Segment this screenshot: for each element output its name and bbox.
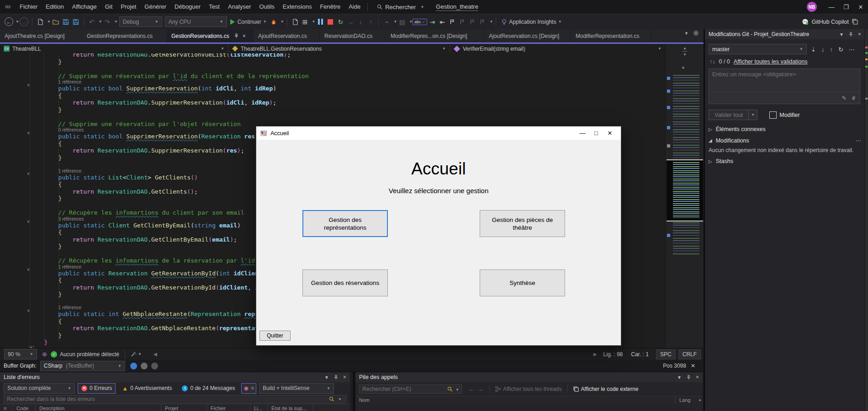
- avatar[interactable]: NB: [807, 2, 817, 12]
- menu-aide[interactable]: Aide: [344, 0, 365, 14]
- step-out-button[interactable]: ↑: [365, 17, 376, 27]
- scroll-up-icon[interactable]: ▲: [681, 65, 685, 69]
- menu-projet[interactable]: Projet: [116, 0, 140, 14]
- fold-chevron-icon[interactable]: ∨: [25, 171, 32, 176]
- accueil-maximize-button[interactable]: □: [589, 126, 603, 140]
- close-tab-icon[interactable]: ×: [243, 33, 246, 39]
- fold-chevron-icon[interactable]: ∨: [25, 267, 32, 272]
- buffer-view-icon[interactable]: [130, 363, 137, 369]
- window-position-dropdown-icon[interactable]: ▼: [324, 375, 329, 380]
- indent-decrease-icon[interactable]: ⇤: [437, 17, 447, 27]
- git-pull-icon[interactable]: ↓: [821, 46, 825, 53]
- buffer-copy-icon[interactable]: [141, 363, 148, 369]
- tab-list-dropdown-icon[interactable]: ▼: [684, 31, 688, 36]
- application-insights-dropdown[interactable]: Application Insights ▼: [509, 19, 561, 25]
- diagnostics-button[interactable]: ⌁: [381, 17, 392, 27]
- menu-outils[interactable]: Outils: [255, 0, 279, 14]
- fold-chevron-icon[interactable]: ∨: [25, 131, 32, 135]
- hscroll-right-icon[interactable]: ▶: [593, 352, 597, 357]
- buffer-graph-dropdown[interactable]: CSharp (TextBuffer) ▼: [40, 361, 125, 371]
- indent-increase-icon[interactable]: ⇥: [427, 17, 437, 27]
- menu-fenetre[interactable]: Fenêtre: [316, 0, 344, 14]
- commit-options-dropdown[interactable]: ▼: [749, 110, 757, 120]
- github-copilot-button[interactable]: GitHub Copilot: [802, 18, 858, 25]
- call-stack-header[interactable]: Pile des appels ▼ ×: [355, 372, 703, 382]
- menu-deboguer[interactable]: Déboguer: [170, 0, 205, 14]
- chevron-down-icon[interactable]: ▼: [138, 352, 142, 356]
- gestion-pieces-theatre-button[interactable]: Gestion des pièces de théâtre: [480, 210, 565, 237]
- menu-affichage[interactable]: Affichage: [68, 0, 101, 14]
- pin-icon[interactable]: [848, 32, 853, 37]
- chevron-down-icon[interactable]: ▼: [489, 20, 493, 24]
- solution-name[interactable]: Gestion_theatre: [436, 3, 478, 11]
- open-file-button[interactable]: [51, 17, 61, 27]
- platform-dropdown[interactable]: Any CPU▼: [165, 16, 227, 27]
- issue-reference-icon[interactable]: #: [852, 95, 855, 101]
- chevron-down-icon[interactable]: ▼: [47, 20, 51, 24]
- step-into-button[interactable]: ↓: [355, 17, 365, 27]
- commit-message-input[interactable]: [709, 69, 860, 90]
- new-file-button[interactable]: [35, 17, 45, 27]
- window-close-button[interactable]: ✕: [853, 0, 868, 14]
- minimap-viewport[interactable]: [667, 159, 703, 221]
- column-code[interactable]: Code: [13, 405, 36, 411]
- tab-modifierrepresentation-design[interactable]: ModifierRepres...on.cs [Design]: [386, 29, 484, 42]
- warnings-filter-button[interactable]: ▲ 0 Avertissements: [118, 383, 175, 394]
- hot-reload-button[interactable]: [269, 17, 279, 27]
- close-icon[interactable]: ×: [343, 374, 346, 380]
- message-toggle-button[interactable]: ◉≡: [241, 383, 256, 394]
- window-position-dropdown-icon[interactable]: ▼: [677, 375, 682, 380]
- branch-selector[interactable]: master ▼: [709, 44, 807, 54]
- amend-checkbox[interactable]: [769, 111, 777, 119]
- severity-column-icon[interactable]: ≡: [0, 405, 13, 411]
- close-icon[interactable]: ×: [696, 374, 699, 380]
- next-frame-icon[interactable]: →: [477, 385, 484, 393]
- hscroll-left-icon[interactable]: ◀: [153, 352, 157, 357]
- restart-button[interactable]: ↻: [335, 17, 345, 27]
- splitter-handle-icon[interactable]: ▲──▼: [678, 47, 691, 56]
- window-maximize-button[interactable]: ❐: [839, 0, 853, 14]
- undo-button[interactable]: ↶: [87, 17, 97, 27]
- tab-gestionrepresentations[interactable]: GestionRepresentations.cs: [82, 29, 167, 42]
- save-all-button[interactable]: [71, 17, 81, 27]
- prev-frame-icon[interactable]: ←: [468, 385, 475, 393]
- fold-chevron-icon[interactable]: ∨: [25, 308, 32, 313]
- related-items-section[interactable]: ▷ Éléments connexes: [709, 126, 766, 132]
- changes-section[interactable]: ◢ Modifications ⋯: [709, 137, 861, 144]
- menu-generer[interactable]: Générer: [140, 0, 170, 14]
- error-search-input[interactable]: [4, 395, 346, 404]
- navigate-back-button[interactable]: ←: [4, 17, 14, 27]
- column-description[interactable]: Description: [36, 405, 161, 411]
- quitter-button[interactable]: Quitter: [259, 331, 291, 341]
- show-external-code-button[interactable]: Afficher le code externe: [573, 386, 639, 392]
- buffer-export-icon[interactable]: [151, 363, 158, 369]
- error-list-header[interactable]: Liste d'erreurs ▼ ×: [0, 372, 350, 382]
- stashes-section[interactable]: ▷ Stashs: [709, 158, 733, 164]
- navigate-forward-button[interactable]: →: [19, 17, 29, 27]
- breadcrumb-member[interactable]: VerifierEmail(string email) ▼: [450, 44, 665, 53]
- tab-reservationdao[interactable]: ReservationDAO.cs: [320, 29, 386, 42]
- bookmark-next-button[interactable]: [467, 17, 477, 27]
- continue-button[interactable]: Continuer ▼: [230, 19, 267, 25]
- chevron-down-icon[interactable]: ▼: [312, 20, 316, 24]
- tab-ajoutreservation-design[interactable]: AjoutReservation.cs [Design]: [484, 29, 571, 42]
- callstack-search-input[interactable]: [359, 385, 462, 394]
- pin-icon[interactable]: [333, 375, 339, 380]
- chevron-down-icon[interactable]: ▼: [114, 20, 118, 24]
- scroll-up-icon[interactable]: ▲: [698, 398, 702, 402]
- ai-message-pen-icon[interactable]: ✎: [842, 95, 847, 101]
- chevron-down-icon[interactable]: ▼: [455, 388, 459, 392]
- solution-explorer-sync-icon[interactable]: [290, 17, 300, 27]
- accueil-minimize-button[interactable]: —: [576, 126, 589, 140]
- column-projet[interactable]: Projet: [161, 405, 207, 411]
- status-line-ending[interactable]: CRLF: [678, 349, 701, 359]
- menu-git[interactable]: Git: [101, 0, 117, 14]
- changes-more-icon[interactable]: ⋯: [856, 137, 862, 144]
- tab-gestionreservations[interactable]: GestionReservations.cs ×: [167, 29, 254, 42]
- window-minimize-button[interactable]: —: [824, 0, 839, 14]
- show-all-threads-button[interactable]: Afficher tous les threads: [495, 386, 562, 392]
- accueil-title-bar[interactable]: Accueil — □ ✕: [256, 126, 621, 140]
- git-refresh-icon[interactable]: ↻: [838, 46, 843, 53]
- tab-modifierrepresentation[interactable]: ModifierRepresentation.cs: [571, 29, 651, 42]
- spell-check-toggle[interactable]: abc ✓: [413, 19, 427, 25]
